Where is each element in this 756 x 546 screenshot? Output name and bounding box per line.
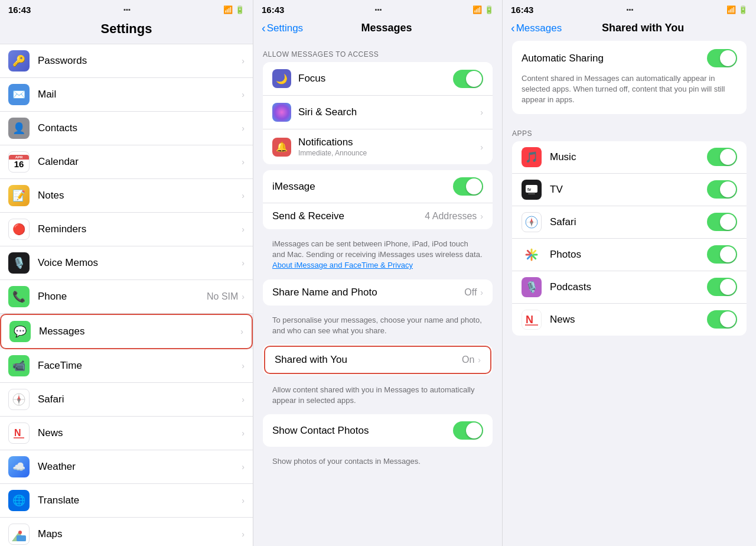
app-row-safari[interactable]: Safari [512,206,747,239]
settings-panel: 16:43 ▪▪▪ 📶 🔋 Settings 🔑 Passwords › ✉️ … [0,0,253,546]
maps-label: Maps [38,528,242,540]
mail-icon: ✉️ [8,84,30,105]
app-row-music[interactable]: 🎵 Music [512,141,747,174]
focus-toggle[interactable] [453,70,483,88]
show-contact-photos-toggle[interactable] [453,421,483,440]
send-receive-chevron-icon: › [480,212,483,221]
app-toggle-tv[interactable] [707,180,737,199]
imessage-privacy-link[interactable]: About iMessage and FaceTime & Privacy [272,261,413,269]
app-icon-safari [522,212,542,232]
battery-icon-1: 🔋 [235,5,245,14]
auto-sharing-desc: Content shared in Messages can automatic… [522,73,737,106]
svg-text:tv: tv [527,187,531,191]
translate-icon: 🌐 [8,490,30,511]
phone-icon: 📞 [8,286,30,307]
settings-item-voicememos[interactable]: 🎙️ Voice Memos › [0,246,253,280]
send-receive-row[interactable]: Send & Receive 4 Addresses › [263,203,493,229]
shared-content: Automatic Sharing Content shared in Mess… [503,41,756,546]
reminders-chevron-icon: › [242,225,245,234]
voicememos-chevron-icon: › [242,258,245,268]
passwords-icon: 🔑 [8,50,30,72]
auto-sharing-label: Automatic Sharing [522,53,707,64]
app-row-photos[interactable]: Photos [512,239,747,271]
settings-item-reminders[interactable]: 🔴 Reminders › [0,213,253,246]
weather-icon: ☁️ [8,456,30,477]
settings-item-contacts[interactable]: 👤 Contacts › [0,112,253,145]
imessage-row[interactable]: iMessage [263,170,493,203]
send-receive-value: 4 Addresses [425,211,477,222]
app-row-news[interactable]: N News [512,304,747,336]
shared-with-you-value: On [462,355,474,365]
apps-card: 🎵 Music tv TV Safari Photos [512,141,747,336]
messages-chevron-icon: › [240,327,243,336]
app-row-podcasts[interactable]: 🎙️ Podcasts [512,271,747,304]
app-toggle-safari[interactable] [707,213,737,231]
weather-chevron-icon: › [242,462,245,472]
facetime-icon: 📹 [8,355,30,376]
app-row-tv[interactable]: tv TV [512,174,747,206]
auto-sharing-row[interactable]: Automatic Sharing [522,49,737,67]
share-name-value: Off [464,287,477,298]
translate-chevron-icon: › [242,496,245,505]
settings-item-mail[interactable]: ✉️ Mail › [0,78,253,112]
settings-item-passwords[interactable]: 🔑 Passwords › [0,44,253,78]
allow-access-header: ALLOW MESSAGES TO ACCESS [253,41,502,62]
safari-chevron-icon: › [242,395,245,404]
calendar-icon: APR 16 [8,151,30,173]
notifications-chevron-icon: › [480,142,483,152]
settings-item-facetime[interactable]: 📹 FaceTime › [0,349,253,383]
show-contact-photos-desc: Show photos of your contacts in Messages… [263,453,493,475]
settings-item-safari[interactable]: Safari › [0,383,253,417]
settings-item-phone[interactable]: 📞 Phone No SIM › [0,280,253,314]
settings-title: Settings [0,18,253,44]
access-card: 🌙 Focus Siri & Search › 🔔 [263,62,493,164]
messages-content: ALLOW MESSAGES TO ACCESS 🌙 Focus Siri & … [253,41,502,546]
voicememos-icon: 🎙️ [8,252,30,274]
imessage-toggle[interactable] [453,177,483,196]
share-name-card: Share Name and Photo Off › [263,280,493,306]
focus-label: Focus [298,73,453,84]
share-name-chevron-icon: › [480,288,483,297]
settings-item-calendar[interactable]: APR 16 Calendar › [0,145,253,179]
settings-item-weather[interactable]: ☁️ Weather › [0,450,253,484]
imessage-info: iMessages can be sent between iPhone, iP… [263,235,493,280]
app-toggle-photos[interactable] [707,245,737,264]
status-bar-3: 16:43 ▪▪▪ 📶 🔋 [503,0,756,18]
share-name-row[interactable]: Share Name and Photo Off › [263,280,493,306]
settings-item-maps[interactable]: Maps › [0,518,253,546]
app-toggle-news[interactable] [707,310,737,329]
notifications-icon: 🔔 [272,138,291,157]
show-contact-photos-row[interactable]: Show Contact Photos [263,414,493,447]
mail-chevron-icon: › [242,90,245,99]
time-1: 16:43 [8,5,31,15]
phone-value: No SIM [207,291,238,302]
settings-item-news[interactable]: N News › [0,417,253,450]
carrier-icon-1: ▪▪▪ [123,6,131,13]
shared-with-you-desc: Allow content shared with you in Message… [263,381,493,414]
app-toggle-podcasts[interactable] [707,278,737,296]
shared-with-you-row[interactable]: Shared with You On › [264,346,491,374]
notifications-row[interactable]: 🔔 Notifications Immediate, Announce › [263,129,493,164]
auto-sharing-toggle[interactable] [707,49,737,67]
svg-text:N: N [526,314,533,326]
facetime-chevron-icon: › [242,361,245,370]
app-toggle-music[interactable] [707,148,737,166]
passwords-label: Passwords [38,55,242,67]
siri-icon [272,103,291,122]
svg-point-11 [18,531,22,534]
settings-back-button[interactable]: ‹ Settings [262,21,303,35]
status-icons-2: 📶 🔋 [472,5,494,14]
focus-row[interactable]: 🌙 Focus [263,62,493,96]
settings-item-messages[interactable]: 💬 Messages › [0,314,253,349]
passwords-chevron-icon: › [242,56,245,66]
status-bar-2: 16:43 ▪▪▪ 📶 🔋 [253,0,502,18]
status-bar-1: 16:43 ▪▪▪ 📶 🔋 [0,0,253,18]
settings-item-notes[interactable]: 📝 Notes › [0,179,253,213]
app-label-news: News [550,314,707,326]
settings-item-translate[interactable]: 🌐 Translate › [0,484,253,518]
app-icon-photos [522,245,542,265]
messages-back-button[interactable]: ‹ Messages [511,21,562,35]
siri-row[interactable]: Siri & Search › [263,96,493,129]
phone-label: Phone [38,291,207,303]
news-label: News [38,427,242,439]
